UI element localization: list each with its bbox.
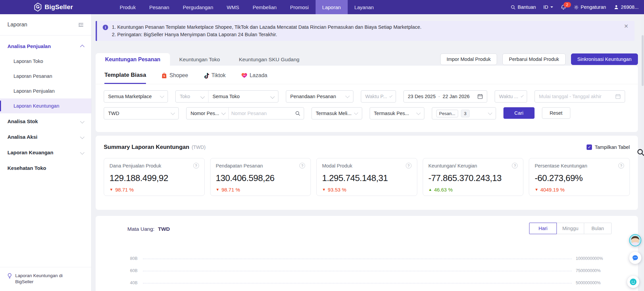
metric-label: Pendapatan Pesanan — [216, 163, 263, 169]
sidebar-group-kesehatan-toko[interactable]: Kesehatan Toko — [0, 160, 91, 176]
menu-item-pergudangan[interactable]: Pergudangan — [176, 0, 220, 14]
scrollbar-thumb[interactable] — [642, 35, 644, 86]
termasuk-pesanan-select[interactable]: Termasuk Pes... — [370, 107, 424, 119]
menu-item-produk[interactable]: Produk — [113, 0, 143, 14]
toko-type-value: Toko — [180, 94, 190, 99]
chevron-down-icon — [171, 111, 175, 115]
tab-keuntungan-pesanan[interactable]: Keuntungan Pesanan — [96, 53, 170, 66]
import-modal-produk-button[interactable]: Impor Modal Produk — [440, 53, 497, 65]
currency-label: Mata Uang: — [127, 226, 154, 232]
language-label: ID — [543, 4, 548, 10]
toko-value: Semua Toko — [213, 94, 240, 99]
waktu-pesanan-select[interactable]: Waktu P... — [361, 90, 396, 103]
sidebar-group-analisa-stok[interactable]: Analisa Stok — [0, 113, 91, 129]
sidebar-item-laporan-toko[interactable]: Laporan Toko — [0, 54, 91, 69]
sidebar-footer-label: Laporan Keuntungan di BigSeller — [15, 273, 69, 285]
edge-search-icon[interactable] — [637, 148, 644, 156]
period-hari-button[interactable]: Hari — [529, 223, 557, 234]
show-table-toggle[interactable]: ✓ Tampilkan Tabel — [587, 144, 630, 150]
sidebar-group-analisa-aksi[interactable]: Analisa Aksi — [0, 129, 91, 144]
marketplace-select[interactable]: Semua Marketplace — [104, 90, 168, 103]
subtab-shopee[interactable]: S Shopee — [162, 72, 188, 84]
info-icon: i — [103, 25, 108, 30]
currency-select[interactable]: TWD — [104, 107, 179, 119]
checkbox-checked-icon[interactable]: ✓ — [587, 144, 592, 150]
chevron-down-icon — [345, 94, 350, 98]
cari-button[interactable]: Cari — [503, 107, 535, 119]
marketplace-value: Semua Marketplace — [108, 94, 152, 99]
toko-select[interactable]: Semua Toko — [208, 91, 278, 102]
sidebar-footer-link[interactable]: Laporan Keuntungan di BigSeller — [0, 267, 91, 291]
sidebar-item-laporan-keuntungan[interactable]: Laporan Keuntungan — [0, 98, 91, 113]
menu-item-pesanan[interactable]: Pesanan — [143, 0, 176, 14]
search-icon[interactable] — [295, 111, 300, 116]
tab-keuntungan-toko[interactable]: Keuntungan Toko — [170, 53, 229, 66]
sidebar-group-analisa-penjualan[interactable]: Analisa Penjualan — [0, 38, 91, 54]
notifications-button[interactable]: 2 — [561, 4, 566, 10]
subtab-tiktok[interactable]: Tiktok — [204, 72, 226, 84]
perbarui-modal-produk-button[interactable]: Perbarui Modal Produk — [502, 53, 565, 65]
language-selector[interactable]: ID — [543, 4, 553, 10]
help-icon[interactable]: ? — [618, 163, 624, 169]
gridline-row: 60B 750000000% — [96, 271, 638, 275]
navbar-right: Bantuan ID 2 Pengaturan 26908... — [511, 4, 639, 10]
top-navbar: BigSeller Produk Pesanan Pergudangan WMS… — [0, 0, 644, 14]
main-content: i 1. Keuntungan Pesanan Template Marketp… — [91, 14, 644, 291]
sidebar-item-laporan-penjualan[interactable]: Laporan Penjualan — [0, 84, 91, 98]
support-avatar[interactable] — [629, 234, 641, 246]
collapse-sidebar-icon[interactable] — [78, 22, 84, 28]
tab-keuntungan-sku-gudang[interactable]: Keuntungan SKU Gudang — [229, 53, 309, 66]
toko-type-select[interactable]: Toko — [176, 91, 208, 102]
period-bulan-button[interactable]: Bulan — [584, 223, 612, 234]
subtab-lazada[interactable]: Laz Lazada — [241, 72, 268, 84]
order-number-type-select[interactable]: Nomor Pes... — [187, 108, 229, 119]
sidebar-group-label: Kesehatan Toko — [7, 165, 46, 171]
menu-item-promosi[interactable]: Promosi — [283, 0, 316, 14]
trend-arrow-icon — [428, 188, 432, 192]
metric-persentase-keuntungan: Persentase Keuntungan? -60.273,69% 4049.… — [529, 158, 630, 196]
settings-link[interactable]: Pengaturan — [574, 4, 606, 10]
waktu-select[interactable]: Waktu ... — [495, 90, 527, 103]
filter-row-2: TWD Nomor Pes... Termasuk Meli... Termas… — [104, 107, 638, 119]
menu-item-pembelian[interactable]: Pembelian — [246, 0, 283, 14]
user-icon — [614, 4, 619, 10]
metric-delta: 98.71 % — [221, 187, 240, 193]
toko-select-group: Toko Semua Toko — [175, 90, 278, 103]
user-menu[interactable]: 26908... — [614, 4, 639, 10]
termasuk-melintas-select[interactable]: Termasuk Meli... — [312, 107, 362, 119]
menu-item-layanan[interactable]: Layanan — [348, 0, 381, 14]
help-link[interactable]: Bantuan — [511, 4, 536, 10]
period-minggu-button[interactable]: Minggu — [556, 223, 584, 234]
help-icon[interactable]: ? — [406, 163, 412, 169]
right-axis-label: 1000000000% — [576, 256, 610, 261]
help-icon[interactable]: ? — [512, 163, 518, 169]
shopee-icon: S — [162, 72, 167, 79]
chevron-down-icon — [200, 94, 205, 99]
subtab-label: Template Biasa — [104, 72, 146, 79]
secondary-date-range-picker[interactable]: Mulai tanggal - Tanggal akhir — [535, 90, 625, 103]
currency-value: TWD — [108, 111, 119, 116]
chart-card: Mata Uang: TWD Hari Minggu Bulan 80B 100… — [96, 216, 638, 291]
subtab-template-biasa[interactable]: Template Biasa — [104, 72, 146, 84]
close-icon[interactable]: ✕ — [624, 24, 628, 29]
date-range-picker[interactable]: 23 Des 2025 - 22 Jan 2026 — [403, 90, 487, 103]
sidebar-item-label: Laporan Penjualan — [14, 88, 55, 94]
sinkronisasi-keuntungan-button[interactable]: Sinkronisasi Keuntungan — [571, 53, 638, 65]
menu-item-laporan[interactable]: Laporan — [316, 0, 348, 14]
sidebar-item-laporan-pesanan[interactable]: Laporan Pesanan — [0, 69, 91, 84]
order-number-type-value: Nomor Pes... — [191, 111, 219, 116]
date-start-value: 23 Des 2025 — [408, 94, 436, 99]
reset-button[interactable]: Reset — [542, 107, 570, 119]
sidebar-group-laporan-keuangan[interactable]: Laporan Keuangan — [0, 144, 91, 160]
help-icon[interactable]: ? — [193, 163, 199, 169]
penandaan-pesanan-select[interactable]: Penandaan Pesanan — [286, 90, 353, 103]
pesanan-multi-select[interactable]: Pesan... 3 — [432, 107, 496, 119]
assistant-widget-icon[interactable] — [627, 276, 639, 288]
sidebar-item-label: Laporan Keuntungan — [14, 103, 59, 109]
chat-widget-icon[interactable] — [629, 252, 641, 264]
order-number-input[interactable] — [229, 111, 292, 116]
brand-logo[interactable]: BigSeller — [34, 3, 73, 12]
menu-item-wms[interactable]: WMS — [220, 0, 246, 14]
help-icon[interactable]: ? — [299, 163, 305, 169]
metric-value: -60.273,69% — [535, 173, 624, 183]
